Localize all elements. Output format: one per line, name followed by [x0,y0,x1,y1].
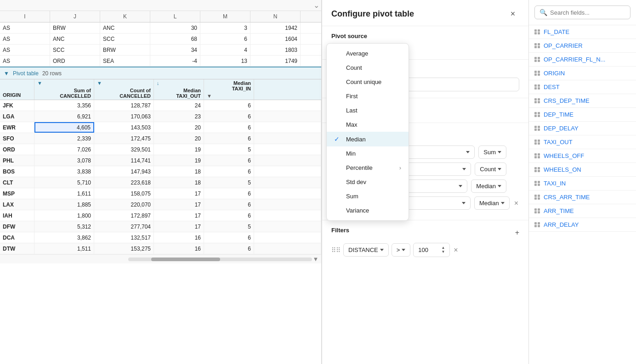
agg-select-1[interactable]: Count [475,162,506,176]
pivot-cell-origin[interactable]: LAX [0,199,34,210]
pivot-data-row[interactable]: LGA 6,921 170,063 23 6 [0,111,321,122]
cell-m[interactable]: 3 [200,22,250,33]
cell-m[interactable]: 6 [200,34,250,44]
filter-op-select[interactable]: > [392,243,411,257]
pivot-cell-median-in[interactable]: 6 [204,188,254,199]
horizontal-scrollbar[interactable]: ▼ [0,254,321,263]
pivot-data-row[interactable]: SFO 2,339 172,475 20 6 [0,133,321,144]
field-list-item-taxi-out[interactable]: TAXI_OUT [529,135,636,149]
pivot-cell-median-in[interactable]: 5 [204,144,254,155]
col-header-l[interactable]: L [150,11,200,22]
cell-l[interactable]: -4 [150,56,200,66]
values-as-dropdown[interactable]: Columns [362,129,401,141]
value-field-select-2[interactable]: TAXI_OUT [344,179,467,193]
pivot-cell-origin[interactable]: SFO [0,133,34,144]
pivot-cell-median-out[interactable]: 19 [154,155,204,166]
pivot-cell-median-out[interactable]: 23 [154,111,204,122]
pivot-cell-count[interactable]: 114,741 [94,155,154,166]
cell-n[interactable]: 1942 [250,22,301,33]
pivot-cell-origin[interactable]: DFW [0,221,34,232]
scrollbar-thumb[interactable] [151,258,220,261]
add-filter-button[interactable]: + [515,229,519,237]
cell-j[interactable]: ORD [50,56,100,66]
pivot-cell-median-in[interactable]: 6 [204,111,254,122]
field-list-item-crs-dep-time[interactable]: CRS_DEP_TIME [529,94,636,108]
pivot-data-row[interactable]: IAH 1,800 172,897 17 6 [0,210,321,221]
field-list-item-arr-delay[interactable]: ARR_DELAY [529,218,636,232]
pivot-cell-origin[interactable]: EWR [0,122,34,133]
filter-field-select[interactable]: DISTANCE [343,243,389,257]
col-header-m[interactable]: M [200,11,250,22]
cell-j[interactable]: SCC [50,45,100,55]
pivot-cell-median-in[interactable]: 6 [204,232,254,243]
pivot-cell-origin[interactable]: DCA [0,232,34,243]
filter-value-input[interactable]: 100 ▲ ▼ [413,243,450,257]
pivot-cell-sum[interactable]: 6,921 [34,111,94,122]
pivot-cell-count[interactable]: 223,618 [94,177,154,188]
pivot-cell-count[interactable]: 170,063 [94,111,154,122]
pivot-cell-median-in[interactable]: 6 [204,155,254,166]
pivot-cell-sum[interactable]: 1,611 [34,188,94,199]
col-header-i[interactable]: I [0,11,50,22]
pivot-data-row[interactable]: DCA 3,862 132,517 16 6 [0,232,321,243]
field-list-item-wheels-on[interactable]: WHEELS_ON [529,163,636,177]
cell-k[interactable]: ANC [100,22,150,33]
cell-l[interactable]: 30 [150,22,200,33]
field-list-item-op-carrier-fl-n---[interactable]: OP_CARRIER_FL_N... [529,53,636,67]
pivot-cell-median-in[interactable]: 6 [204,210,254,221]
pivot-data-row[interactable]: DFW 5,312 277,704 17 5 [0,221,321,232]
close-button[interactable]: × [506,7,519,20]
cell-j[interactable]: BRW [50,22,100,33]
pivot-cell-sum[interactable]: 1,511 [34,243,94,254]
pivot-data-row[interactable]: ORD 7,026 329,501 19 5 [0,144,321,155]
pivot-cell-median-out[interactable]: 16 [154,232,204,243]
pivot-cell-count[interactable]: 220,070 [94,199,154,210]
pivot-cell-count[interactable]: 143,503 [94,122,154,133]
field-list-item-wheels-off[interactable]: WHEELS_OFF [529,149,636,163]
pivot-cell-median-out[interactable]: 17 [154,199,204,210]
pivot-cell-origin[interactable]: CLT [0,177,34,188]
pivot-cell-median-out[interactable]: 20 [154,133,204,144]
pivot-cell-median-in[interactable]: 6 [204,122,254,133]
pivot-cell-sum[interactable]: 3,356 [34,100,94,111]
cell-k[interactable]: SCC [100,34,150,44]
scrollbar-track[interactable] [128,258,312,261]
pivot-cell-median-in[interactable]: 6 [204,243,254,254]
field-list-item-crs-arr-time[interactable]: CRS_ARR_TIME [529,190,636,204]
pivot-data-row[interactable]: JFK 3,356 128,787 24 6 [0,100,321,111]
pivot-cell-count[interactable]: 132,517 [94,232,154,243]
pivot-cell-origin[interactable]: JFK [0,100,34,111]
pivot-cell-origin[interactable]: MSP [0,188,34,199]
pivot-data-row[interactable]: MSP 1,611 158,075 17 6 [0,188,321,199]
scroll-down-btn[interactable]: ▼ [312,256,319,263]
pivot-cell-count[interactable]: 172,897 [94,210,154,221]
stepper-down[interactable]: ▼ [441,250,445,254]
pivot-cell-sum[interactable]: 1,800 [34,210,94,221]
field-list-item-arr-time[interactable]: ARR_TIME [529,204,636,218]
pivot-cell-median-in[interactable]: 5 [204,177,254,188]
agg-select-3[interactable]: Median [474,196,510,210]
field-list-item-dep-time[interactable]: DEP_TIME [529,108,636,122]
value-stepper[interactable]: ▲ ▼ [441,246,445,254]
col-header-j[interactable]: J [50,11,100,22]
col-header-k[interactable]: K [100,11,150,22]
remove-value-btn-3[interactable]: × [513,198,519,208]
cell-n[interactable]: 1749 [250,56,301,66]
pivot-data-row[interactable]: DTW 1,511 153,275 16 6 [0,243,321,254]
cell-l[interactable]: 34 [150,45,200,55]
col-header-n[interactable]: N [250,11,301,22]
pivot-cell-median-in[interactable]: 5 [204,221,254,232]
pivot-cell-median-in[interactable]: 6 [204,199,254,210]
pivot-cell-median-out[interactable]: 18 [154,177,204,188]
pivot-cell-count[interactable]: 128,787 [94,100,154,111]
pivot-cell-count[interactable]: 147,943 [94,166,154,177]
pivot-cell-count[interactable]: 153,275 [94,243,154,254]
pivot-cell-sum[interactable]: 4,605 [34,122,94,133]
pivot-cell-median-in[interactable]: 6 [204,100,254,111]
field-list-item-op-carrier[interactable]: OP_CARRIER [529,39,636,53]
pivot-cell-sum[interactable]: 5,710 [34,177,94,188]
cell-j[interactable]: ANC [50,34,100,44]
pivot-data-row[interactable]: BOS 3,838 147,943 18 6 [0,166,321,177]
pivot-cell-count[interactable]: 329,501 [94,144,154,155]
search-input-wrap[interactable]: 🔍 [534,6,630,19]
